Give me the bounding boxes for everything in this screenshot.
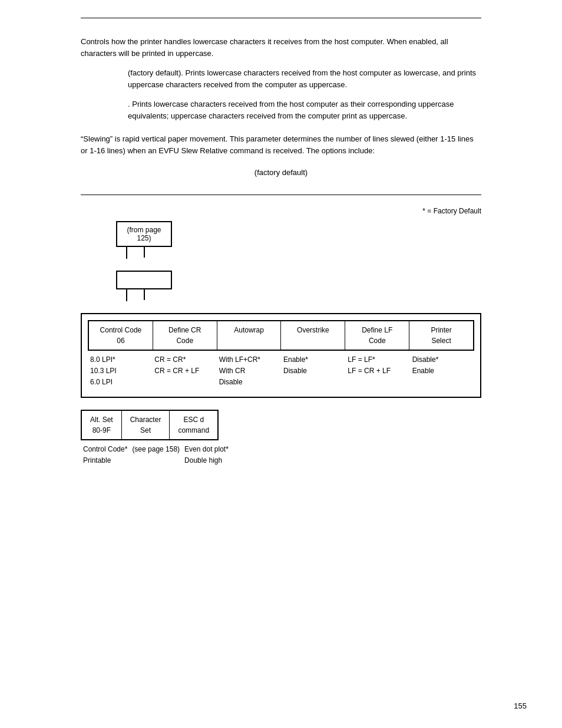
page-number: 155 [514,701,527,710]
val-autowrap: With LF+CR*With CRDisable [217,354,281,388]
lower-values-row: Control Code*Printable (see page 158) Ev… [81,444,481,466]
section-rule [81,195,481,195]
main-box-autowrap: Autowrap [217,321,282,350]
content-area: Controls how the printer handles lowerca… [81,18,481,478]
from-page-text: (from page 125) [127,226,161,242]
main-box-define-cr: Define CRCode [153,321,217,350]
slewing-paragraph: “Slewing” is rapid vertical paper moveme… [81,133,481,156]
main-boxes-row: Control Code06 Define CRCode Autowrap Ov… [88,320,474,351]
lower-diagram: Alt. Set80-9F CharacterSet ESC dcommand … [81,410,481,466]
lower-box-alt-set: Alt. Set80-9F [82,411,122,439]
main-box-define-lf: Define LFCode [345,321,409,350]
factory-default-line: (factory default) [81,168,481,177]
val-control-code: 8.0 LPI*10.3 LPI6.0 LPI [88,354,152,388]
from-page-box: (from page 125) [116,221,172,247]
lower-val-alt-set: Control Code*Printable [81,444,130,466]
slewing-section: “Slewing” is rapid vertical paper moveme… [81,133,481,177]
indent-1-text: (factory default). Prints lowercase char… [128,68,476,89]
indent-2-text: . Prints lowercase characters received f… [128,100,454,120]
lower-box-esc-d: ESC dcommand [170,411,217,439]
main-box-overstrike: Overstrike [281,321,345,350]
vert-line-2 [126,289,127,301]
val-define-cr: CR = CR*CR = CR + LF [152,354,216,388]
val-overstrike: Enable*Disable [281,354,345,388]
indent-block-1: (factory default). Prints lowercase char… [128,67,481,90]
diagram-wrapper: (from page 125) Control Code06 Define CR… [81,221,481,478]
factory-note: * = Factory Default [81,207,481,215]
factory-note-text: * = Factory Default [422,207,481,215]
main-box-printer-select: PrinterSelect [409,321,473,350]
lower-boxes-row: Alt. Set80-9F CharacterSet ESC dcommand [81,410,219,440]
lower-val-character-set: (see page 158) [130,444,182,466]
lower-box-character-set: CharacterSet [122,411,170,439]
page-number-text: 155 [514,701,527,710]
main-box-control-code: Control Code06 [89,321,153,350]
main-values-row: 8.0 LPI*10.3 LPI6.0 LPI CR = CR*CR = CR … [88,354,474,388]
indent-block-2: . Prints lowercase characters received f… [128,98,481,121]
lower-val-esc-d: Even dot plot*Double high [182,444,231,466]
paragraph-1-text: Controls how the printer handles lowerca… [81,37,448,58]
connector-box [116,271,172,289]
paragraph-1: Controls how the printer handles lowerca… [81,36,481,59]
vert-line-1 [126,247,127,259]
slewing-text: “Slewing” is rapid vertical paper moveme… [81,134,474,155]
val-printer-select: Disable*Enable [410,354,474,388]
factory-default-text: (factory default) [254,168,308,177]
val-define-lf: LF = LF*LF = CR + LF [345,354,409,388]
